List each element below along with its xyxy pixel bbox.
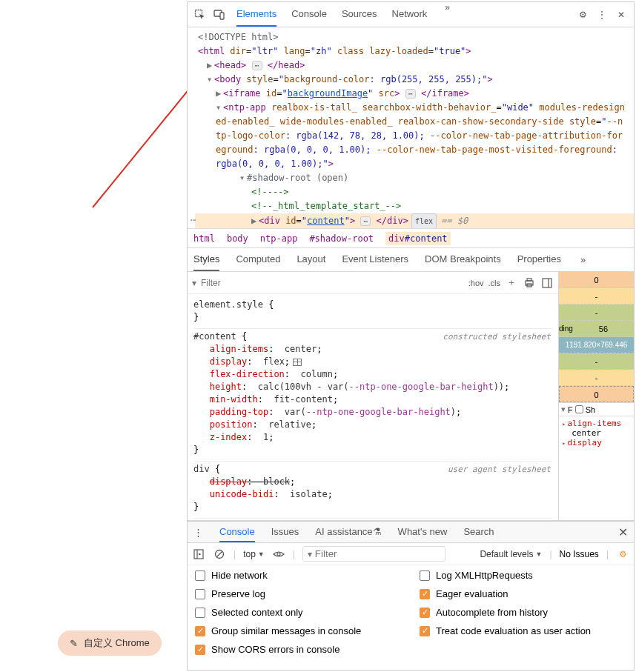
dom-tree[interactable]: <!DOCTYPE html> <html dir="ltr" lang="zh…: [188, 27, 634, 229]
dom-comment2[interactable]: <!--_html_template_start_-->: [195, 199, 634, 213]
checkbox[interactable]: [195, 608, 205, 618]
console-setting-row[interactable]: Hide network: [195, 570, 402, 581]
subtab-listeners[interactable]: Event Listeners: [342, 248, 408, 271]
tab-network[interactable]: Network: [392, 2, 428, 27]
crumb-selected[interactable]: div#content: [385, 232, 450, 245]
hov-toggle[interactable]: :hov: [468, 279, 484, 287]
subtab-computed[interactable]: Computed: [236, 248, 280, 271]
subtab-overflow-icon[interactable]: »: [577, 254, 589, 265]
clear-console-icon[interactable]: [213, 548, 226, 561]
dom-comment1[interactable]: <!---->: [195, 185, 634, 199]
bm-margin-bottom: 0: [559, 386, 634, 402]
checkbox[interactable]: [420, 626, 430, 636]
checkbox[interactable]: [195, 626, 205, 636]
eye-icon[interactable]: [272, 548, 285, 561]
crumb-html[interactable]: html: [193, 233, 215, 244]
drawer-kebab-icon[interactable]: ⋮: [193, 527, 203, 538]
console-setting-row[interactable]: Show CORS errors in console: [195, 644, 402, 655]
subtab-layout[interactable]: Layout: [297, 248, 325, 271]
tab-label: Elements: [236, 8, 276, 19]
svg-point-13: [277, 553, 280, 556]
console-setting-row[interactable]: Log XMLHttpRequests: [420, 570, 626, 581]
panel-icon[interactable]: [540, 276, 554, 290]
breadcrumb: html body ntp-app #shadow-root div#conte…: [188, 229, 634, 248]
console-toolbar: | top▼ | ▾ Default levels▼ | No Issues |…: [188, 543, 634, 565]
checkbox[interactable]: [420, 589, 430, 599]
bm-border-top: -: [559, 288, 634, 305]
console-filter[interactable]: ▾: [302, 546, 445, 562]
devtools-panel: Elements Console Sources Network » ⚙ ⋮ ✕…: [187, 1, 635, 671]
svg-line-12: [217, 551, 222, 556]
console-setting-row[interactable]: Treat code evaluation as user action: [420, 625, 626, 636]
checkbox[interactable]: [420, 608, 430, 618]
subtab-breakpoints[interactable]: DOM Breakpoints: [425, 248, 501, 271]
checkbox[interactable]: [195, 589, 205, 599]
dom-shadow-root[interactable]: ▾#shadow-root (open): [195, 171, 634, 185]
dom-head[interactable]: ▶<head> ⋯ </head>: [195, 59, 634, 73]
setting-label: Autocomplete from history: [436, 607, 548, 618]
drawer-tab-console[interactable]: Console: [219, 522, 255, 542]
setting-label: Log XMLHttpRequests: [436, 570, 533, 581]
tab-overflow-icon[interactable]: »: [442, 2, 453, 27]
console-gear-icon[interactable]: ⚙: [616, 548, 629, 561]
tab-console[interactable]: Console: [291, 2, 327, 27]
chevron-down-icon: ▼: [535, 550, 542, 558]
drawer-close-icon[interactable]: ✕: [618, 525, 628, 539]
drawer-tab-issues[interactable]: Issues: [271, 522, 299, 542]
tab-elements[interactable]: Elements: [236, 2, 276, 27]
checkbox[interactable]: [420, 570, 430, 581]
dom-selected-node[interactable]: ⋯ ▶<div id="content"> ⋯ </div>flex== $0: [195, 213, 634, 229]
css-rules[interactable]: element.style {}constructed stylesheet#c…: [188, 294, 558, 520]
dom-doctype[interactable]: <!DOCTYPE html>: [195, 30, 634, 44]
checkbox[interactable]: [195, 645, 205, 655]
gear-icon[interactable]: ⚙: [574, 7, 591, 23]
crumb-body[interactable]: body: [227, 233, 248, 244]
drawer-tab-search[interactable]: Search: [463, 522, 494, 542]
tab-label: Network: [392, 8, 428, 19]
console-setting-row[interactable]: Group similar messages in console: [195, 625, 402, 636]
print-icon[interactable]: [523, 276, 536, 290]
dollar-zero: == $0: [441, 216, 468, 226]
cls-toggle[interactable]: .cls: [488, 279, 501, 287]
setting-label: Show CORS errors in console: [211, 644, 339, 655]
dom-body[interactable]: ▾<body style="background-color: rgb(255,…: [195, 73, 634, 87]
kebab-icon[interactable]: ⋮: [594, 7, 610, 23]
context-dropdown[interactable]: top▼: [243, 549, 265, 559]
customize-chrome-button[interactable]: ✎ 自定义 Chrome: [58, 631, 162, 656]
crumb-shadow-root[interactable]: #shadow-root: [309, 233, 374, 244]
funnel-icon: ▾: [192, 278, 196, 288]
flex-badge[interactable]: flex: [411, 213, 437, 229]
side-filter-label: F: [568, 405, 573, 414]
drawer-tab-whatsnew[interactable]: What's new: [398, 522, 448, 542]
console-setting-row[interactable]: Selected context only: [195, 607, 402, 618]
inspect-icon[interactable]: [192, 7, 208, 23]
styles-filter-input[interactable]: [201, 278, 330, 288]
dom-html[interactable]: <html dir="ltr" lang="zh" class lazy-loa…: [195, 44, 634, 59]
plus-icon[interactable]: ＋: [505, 276, 518, 290]
flask-icon: ⚗: [373, 526, 382, 537]
sidebar-toggle-icon[interactable]: [192, 548, 205, 561]
dom-ntp-app[interactable]: ▾<ntp-app realbox-is-tall_ searchbox-wid…: [195, 101, 634, 171]
tab-label: Sources: [342, 8, 377, 19]
dom-iframe[interactable]: ▶<iframe id="backgroundImage" src> ⋯ </i…: [195, 87, 634, 101]
funnel-icon: ▾: [308, 549, 312, 559]
tab-sources[interactable]: Sources: [342, 2, 377, 27]
subtab-properties[interactable]: Properties: [517, 248, 561, 271]
console-filter-input[interactable]: [315, 548, 440, 559]
subtab-styles[interactable]: Styles: [193, 248, 219, 271]
close-icon[interactable]: ✕: [613, 7, 629, 23]
css-rule[interactable]: user agent stylesheetdiv { display: bloc…: [193, 462, 552, 519]
drawer-tab-ai[interactable]: AI assistance ⚗: [315, 522, 381, 542]
css-rule[interactable]: element.style {}: [193, 297, 552, 329]
console-setting-row[interactable]: Preserve log: [195, 588, 402, 599]
crumb-ntp-app[interactable]: ntp-app: [260, 233, 298, 244]
css-rule[interactable]: constructed stylesheet#content { align-i…: [193, 329, 552, 462]
show-all-checkbox[interactable]: [575, 405, 583, 413]
device-toggle-icon[interactable]: [211, 7, 228, 23]
console-setting-row[interactable]: Eager evaluation: [420, 588, 626, 599]
setting-label: Eager evaluation: [436, 588, 509, 599]
console-setting-row[interactable]: Autocomplete from history: [420, 607, 626, 618]
dropdown-label: top: [243, 549, 256, 559]
checkbox[interactable]: [195, 570, 205, 581]
levels-dropdown[interactable]: Default levels▼: [480, 549, 542, 559]
